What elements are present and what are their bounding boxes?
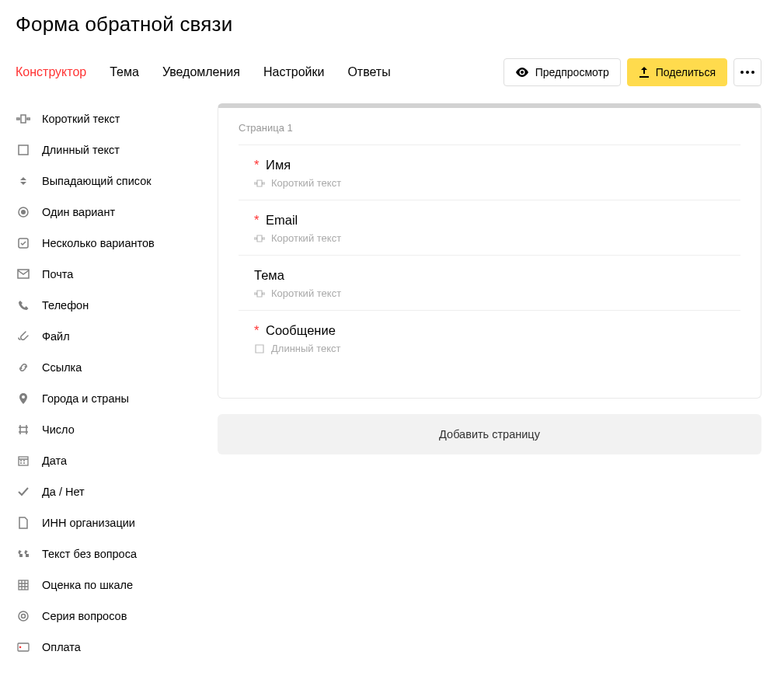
svg-point-11: [19, 646, 22, 649]
svg-point-5: [22, 395, 25, 399]
question-item[interactable]: * Имя Короткий текст: [239, 145, 740, 200]
header-actions: Предпросмотр Поделиться: [503, 58, 761, 86]
svg-point-2: [21, 210, 26, 214]
long-text-mini-icon: [254, 343, 265, 354]
sidebar-item-yesno[interactable]: Да / Нет: [16, 476, 194, 507]
sidebar-item-label: Длинный текст: [42, 144, 120, 156]
svg-point-9: [22, 615, 26, 618]
sidebar-item-multi-option[interactable]: Несколько вариантов: [16, 228, 194, 259]
file-icon: [16, 329, 31, 344]
tab-answers[interactable]: Ответы: [347, 65, 390, 79]
date-icon: [16, 453, 31, 468]
short-text-mini-icon: [254, 233, 265, 244]
quote-icon: [16, 546, 31, 562]
sidebar-item-label: Серия вопросов: [42, 610, 127, 622]
eye-icon: [515, 68, 529, 77]
required-mark: *: [254, 323, 259, 337]
sidebar-item-mail[interactable]: Почта: [16, 259, 194, 290]
sidebar-item-short-text[interactable]: Короткий текст: [16, 103, 194, 134]
tab-constructor[interactable]: Конструктор: [16, 65, 86, 79]
tabs: Конструктор Тема Уведомления Настройки О…: [16, 65, 503, 79]
short-text-icon: [16, 111, 31, 127]
location-icon: [16, 391, 31, 406]
tab-theme[interactable]: Тема: [110, 65, 139, 79]
question-type-text: Короткий текст: [271, 287, 341, 299]
question-type-text: Короткий текст: [271, 177, 341, 189]
question-item[interactable]: * Сообщение Длинный текст: [239, 310, 740, 385]
preview-button[interactable]: Предпросмотр: [503, 58, 621, 86]
mail-icon: [16, 266, 31, 282]
page-label: Страница 1: [239, 122, 740, 134]
sidebar-item-label: Оплата: [42, 641, 81, 653]
sidebar-item-no-question[interactable]: Текст без вопроса: [16, 538, 194, 569]
sidebar-item-phone[interactable]: Телефон: [16, 290, 194, 321]
header-row: Конструктор Тема Уведомления Настройки О…: [16, 58, 761, 86]
sidebar-item-long-text[interactable]: Длинный текст: [16, 134, 194, 165]
form-card: Страница 1 * Имя Короткий текст: [218, 103, 761, 399]
sidebar-item-label: Оценка по шкале: [42, 579, 133, 591]
more-button[interactable]: [733, 58, 761, 86]
sidebar-item-dropdown[interactable]: Выпадающий список: [16, 165, 194, 197]
required-mark: *: [254, 213, 259, 227]
sidebar-item-label: Почта: [42, 268, 73, 280]
short-text-mini-icon: [254, 178, 265, 189]
sidebar-item-series[interactable]: Серия вопросов: [16, 601, 194, 632]
short-text-mini-icon: [254, 288, 265, 299]
phone-icon: [16, 298, 31, 313]
sidebar-item-label: Один вариант: [42, 206, 115, 218]
radio-icon: [16, 204, 31, 220]
question-title-text: Сообщение: [266, 323, 336, 337]
sidebar-item-label: Ссылка: [42, 361, 82, 374]
page-title: Форма обратной связи: [16, 12, 761, 37]
sidebar-item-label: Несколько вариантов: [42, 237, 155, 249]
sidebar-item-label: Телефон: [42, 299, 89, 312]
main: Страница 1 * Имя Короткий текст: [218, 103, 761, 663]
grid-icon: [16, 577, 31, 593]
document-icon: [16, 515, 31, 531]
preview-label: Предпросмотр: [535, 66, 609, 78]
svg-point-0: [521, 71, 524, 74]
sidebar: Короткий текст Длинный текст Выпадающий …: [16, 103, 194, 663]
series-icon: [16, 608, 31, 624]
sidebar-item-label: Короткий текст: [42, 113, 120, 125]
sidebar-item-cities[interactable]: Города и страны: [16, 383, 194, 414]
question-type-text: Короткий текст: [271, 232, 341, 244]
question-item[interactable]: * Email Короткий текст: [239, 200, 740, 255]
sidebar-item-one-option[interactable]: Один вариант: [16, 197, 194, 228]
more-icon: [740, 71, 754, 74]
add-page-button[interactable]: Добавить страницу: [218, 414, 761, 454]
svg-rect-7: [19, 580, 28, 590]
sidebar-item-label: Файл: [42, 330, 70, 343]
sidebar-item-label: Текст без вопроса: [42, 548, 137, 560]
tab-settings[interactable]: Настройки: [263, 65, 324, 79]
sidebar-item-label: Города и страны: [42, 392, 129, 405]
dropdown-icon: [16, 173, 31, 189]
sidebar-item-label: ИНН организации: [42, 517, 135, 529]
svg-point-8: [19, 611, 28, 621]
sidebar-item-scale[interactable]: Оценка по шкале: [16, 569, 194, 601]
layout: Короткий текст Длинный текст Выпадающий …: [16, 103, 761, 663]
sidebar-item-label: Число: [42, 423, 75, 436]
share-icon: [639, 67, 650, 78]
check-icon: [16, 484, 31, 500]
sidebar-item-label: Выпадающий список: [42, 175, 152, 187]
required-mark: *: [254, 158, 259, 172]
share-button[interactable]: Поделиться: [627, 58, 727, 86]
question-title-text: Имя: [266, 158, 291, 172]
question-title-text: Email: [266, 213, 298, 227]
question-title-text: Тема: [254, 268, 284, 282]
sidebar-item-link[interactable]: Ссылка: [16, 352, 194, 383]
sidebar-item-file[interactable]: Файл: [16, 321, 194, 352]
sidebar-item-label: Дата: [42, 454, 67, 467]
number-icon: [16, 422, 31, 437]
tab-notifications[interactable]: Уведомления: [162, 65, 240, 79]
sidebar-item-label: Да / Нет: [42, 486, 85, 498]
question-type-text: Длинный текст: [271, 343, 341, 354]
sidebar-item-number[interactable]: Число: [16, 414, 194, 445]
sidebar-item-date[interactable]: Дата: [16, 445, 194, 476]
sidebar-item-payment[interactable]: Оплата: [16, 632, 194, 663]
sidebar-item-inn[interactable]: ИНН организации: [16, 507, 194, 538]
question-item[interactable]: Тема Короткий текст: [239, 255, 740, 310]
checkbox-icon: [16, 235, 31, 251]
link-icon: [16, 360, 31, 375]
